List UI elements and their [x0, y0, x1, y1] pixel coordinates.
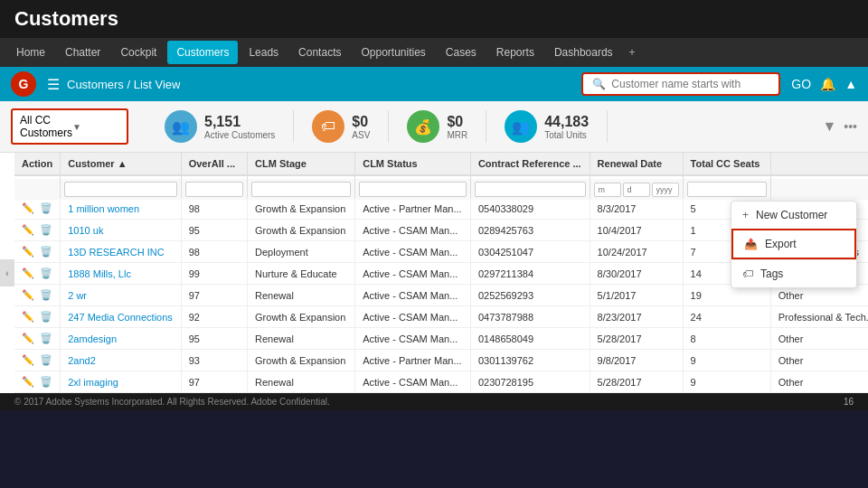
customer-cell[interactable]: 2 wr	[61, 285, 181, 306]
action-cell: ✏️ 🗑️	[14, 350, 61, 371]
customer-cell[interactable]: 1 million women	[61, 198, 181, 220]
col-clm-stage[interactable]: CLM Stage	[248, 153, 355, 175]
edit-icon[interactable]: ✏️	[22, 289, 34, 301]
edit-icon[interactable]: ✏️	[22, 224, 34, 236]
new-customer-menu-item[interactable]: + New Customer	[731, 202, 856, 229]
delete-icon[interactable]: 🗑️	[40, 267, 52, 279]
filter-customer-input[interactable]	[64, 182, 176, 197]
nav-opportunities[interactable]: Opportunities	[352, 41, 434, 64]
contract-ref-cell: 0252569293	[470, 285, 590, 306]
nav-contacts[interactable]: Contacts	[289, 41, 350, 64]
overall-cell: 95	[181, 220, 247, 241]
contract-ref-cell: 0473787988	[470, 306, 590, 328]
edit-icon[interactable]: ✏️	[22, 246, 34, 258]
filter-renewal-date[interactable]	[590, 178, 683, 201]
filter-date-d[interactable]	[623, 183, 650, 197]
filter-date-y[interactable]	[652, 183, 679, 197]
clm-stage-cell: Growth & Expansion	[248, 306, 355, 328]
clm-stage-cell: Growth & Expansion	[248, 350, 355, 371]
filter-clm-status[interactable]	[355, 178, 471, 201]
col-overall[interactable]: OverAll ...	[181, 153, 247, 175]
filter-clm-status-input[interactable]	[359, 182, 467, 197]
nav-cockpit[interactable]: Cockpit	[111, 41, 165, 64]
delete-icon[interactable]: 🗑️	[40, 333, 52, 344]
customer-cell[interactable]: 247 Media Connections	[61, 306, 181, 328]
customer-cell[interactable]: 1888 Mills, Llc	[61, 263, 181, 285]
contract-ref-cell: 0297211384	[470, 263, 590, 285]
filter-date-m[interactable]	[594, 183, 621, 197]
col-renewal-date[interactable]: Renewal Date	[590, 153, 683, 175]
nav-plus[interactable]: +	[624, 41, 641, 64]
stat-asv: 🏷 $0 ASV	[294, 110, 389, 143]
nav-home[interactable]: Home	[7, 41, 54, 64]
delete-icon[interactable]: 🗑️	[40, 354, 52, 366]
delete-icon[interactable]: 🗑️	[40, 311, 52, 323]
overall-cell: 98	[181, 241, 247, 263]
filter-contract-ref[interactable]	[470, 178, 590, 201]
customer-cell[interactable]: 2amdesign	[61, 328, 181, 350]
filter-dropdown[interactable]: All CC Customers ▼	[11, 108, 128, 145]
edit-icon[interactable]: ✏️	[22, 376, 34, 388]
customer-cell[interactable]: 1010 uk	[61, 220, 181, 241]
nav-reports[interactable]: Reports	[487, 41, 543, 64]
nav-leads[interactable]: Leads	[240, 41, 288, 64]
clm-status-cell: Active - CSAM Man...	[355, 328, 471, 350]
export-icon: 📤	[744, 238, 758, 250]
delete-icon[interactable]: 🗑️	[40, 246, 52, 258]
stat-icon-customers: 👥	[165, 110, 197, 143]
delete-icon[interactable]: 🗑️	[40, 289, 52, 301]
edit-icon[interactable]: ✏️	[22, 333, 34, 344]
hamburger-icon[interactable]: ☰	[47, 76, 60, 93]
bell-icon[interactable]: 🔔	[820, 77, 835, 91]
customer-cell[interactable]: 13D RESEARCH INC	[61, 241, 181, 263]
delete-icon[interactable]: 🗑️	[40, 376, 52, 388]
filter-clm-stage-input[interactable]	[251, 182, 351, 197]
delete-icon[interactable]: 🗑️	[40, 224, 52, 236]
edit-icon[interactable]: ✏️	[22, 267, 34, 279]
clm-status-cell: Active - CSAM Man...	[355, 306, 471, 328]
col-contract-ref[interactable]: Contract Reference ...	[470, 153, 590, 175]
filter-label: All CC Customers	[20, 114, 72, 139]
chevron-up-icon[interactable]: ▲	[844, 77, 857, 91]
export-menu-item[interactable]: 📤 Export	[731, 229, 856, 259]
filter-icon[interactable]: ▼	[822, 118, 836, 135]
nav-dashboards[interactable]: Dashboards	[545, 41, 622, 64]
title-bar: Customers	[0, 0, 868, 38]
filter-overall-input[interactable]	[185, 182, 243, 197]
search-box[interactable]: 🔍	[581, 72, 780, 96]
industry-cell: Other	[770, 350, 868, 371]
renewal-date-cell: 8/3/2017	[590, 198, 683, 220]
tag-icon: 🏷	[742, 267, 753, 280]
stat-mrr: 💰 $0 MRR	[389, 110, 486, 143]
col-total-seats[interactable]: Total CC Seats	[683, 153, 770, 175]
customer-cell[interactable]: 2and2	[61, 350, 181, 371]
filter-contract-input[interactable]	[475, 182, 586, 197]
g-button[interactable]: G	[11, 71, 36, 97]
customer-cell[interactable]: 2xl imaging	[61, 371, 181, 393]
chevron-left[interactable]: ‹	[0, 259, 14, 286]
copyright: © 2017 Adobe Systems Incorporated. All R…	[14, 397, 330, 407]
filter-seats-input[interactable]	[687, 182, 767, 197]
go-button[interactable]: GO	[791, 77, 811, 91]
tags-menu-item[interactable]: 🏷 Tags	[731, 260, 856, 287]
search-input[interactable]	[611, 78, 769, 90]
clm-status-cell: Active - Partner Man...	[355, 198, 471, 220]
nav-customers[interactable]: Customers	[167, 41, 238, 64]
stat-value-units: 44,183	[544, 114, 589, 130]
col-clm-status[interactable]: CLM Status	[355, 153, 471, 175]
delete-icon[interactable]: 🗑️	[40, 202, 52, 214]
edit-icon[interactable]: ✏️	[22, 311, 34, 323]
clm-stage-cell: Growth & Expansion	[248, 220, 355, 241]
nav-cases[interactable]: Cases	[437, 41, 486, 64]
nav-chatter[interactable]: Chatter	[56, 41, 109, 64]
filter-overall[interactable]	[181, 178, 247, 201]
contract-ref-cell: 0289425763	[470, 220, 590, 241]
filter-seats[interactable]	[683, 178, 770, 201]
col-customer[interactable]: Customer ▲	[61, 153, 181, 175]
edit-icon[interactable]: ✏️	[22, 354, 34, 366]
filter-clm-stage[interactable]	[248, 178, 355, 201]
more-options-icon[interactable]: •••	[844, 119, 857, 134]
edit-icon[interactable]: ✏️	[22, 202, 34, 214]
table-filter-row	[14, 175, 868, 198]
filter-customer[interactable]	[61, 178, 181, 201]
